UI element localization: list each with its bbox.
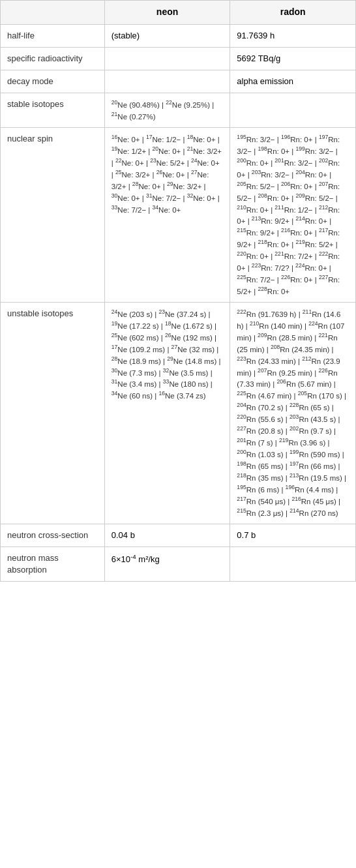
table-row: specific radioactivity5692 TBq/g bbox=[1, 47, 356, 70]
row-label: neutron cross-section bbox=[1, 524, 105, 546]
table-row: unstable isotopes24Ne (203 s) | 23Ne (37… bbox=[1, 302, 356, 524]
radon-cell bbox=[230, 546, 356, 581]
radon-cell: 0.7 b bbox=[230, 524, 356, 546]
row-label: half-life bbox=[1, 24, 105, 47]
header-col2: neon bbox=[104, 1, 230, 25]
neon-cell: 20Ne (90.48%) | 22Ne (9.25%) | 21Ne (0.2… bbox=[104, 93, 230, 128]
radon-cell bbox=[230, 93, 356, 128]
table-row: neutron mass absorption6×10-4 m²/kg bbox=[1, 546, 356, 581]
neon-cell: 0.04 b bbox=[104, 524, 230, 546]
row-label: nuclear spin bbox=[1, 128, 105, 303]
neon-cell: 16Ne: 0+ | 17Ne: 1/2− | 18Ne: 0+ | 19Ne:… bbox=[104, 128, 230, 303]
radon-cell: 5692 TBq/g bbox=[230, 47, 356, 70]
table-row: neutron cross-section0.04 b0.7 b bbox=[1, 524, 356, 546]
row-label: stable isotopes bbox=[1, 93, 105, 128]
table-row: stable isotopes20Ne (90.48%) | 22Ne (9.2… bbox=[1, 93, 356, 128]
neon-cell bbox=[104, 47, 230, 70]
neon-cell: 24Ne (203 s) | 23Ne (37.24 s) | 19Ne (17… bbox=[104, 302, 230, 524]
table-row: decay modealpha emission bbox=[1, 70, 356, 93]
row-label: unstable isotopes bbox=[1, 302, 105, 524]
header-col1 bbox=[1, 1, 105, 25]
header-col3: radon bbox=[230, 1, 356, 25]
table-row: half-life(stable)91.7639 h bbox=[1, 24, 356, 47]
radon-cell: 91.7639 h bbox=[230, 24, 356, 47]
row-label: neutron mass absorption bbox=[1, 546, 105, 581]
radon-cell: 222Rn (91.7639 h) | 211Rn (14.6 h) | 210… bbox=[230, 302, 356, 524]
neon-cell: 6×10-4 m²/kg bbox=[104, 546, 230, 581]
radon-cell: alpha emission bbox=[230, 70, 356, 93]
row-label: decay mode bbox=[1, 70, 105, 93]
table-row: nuclear spin16Ne: 0+ | 17Ne: 1/2− | 18Ne… bbox=[1, 128, 356, 303]
row-label: specific radioactivity bbox=[1, 47, 105, 70]
neon-cell bbox=[104, 70, 230, 93]
radon-cell: 195Rn: 3/2− | 196Rn: 0+ | 197Rn: 3/2− | … bbox=[230, 128, 356, 303]
neon-cell: (stable) bbox=[104, 24, 230, 47]
